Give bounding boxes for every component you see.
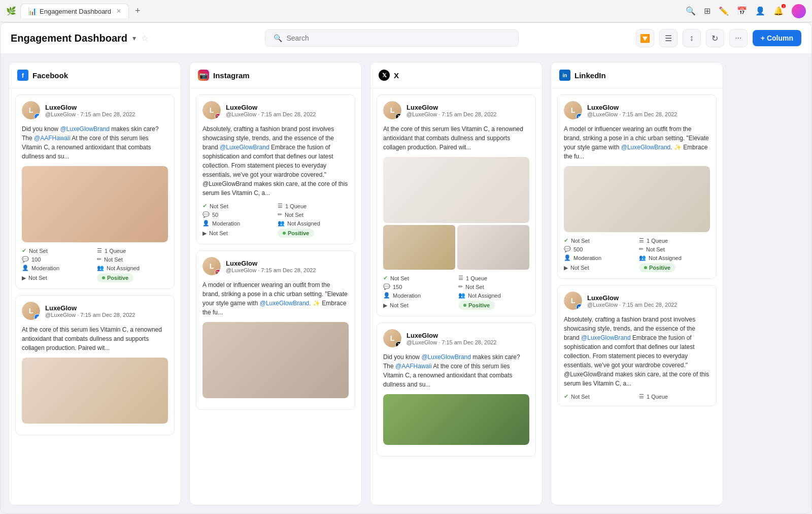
post-text: Absolutely, crafting a fashion brand pos… — [202, 124, 349, 198]
search-bar: 🔍 — [265, 29, 519, 47]
group-button[interactable]: ☰ — [659, 29, 678, 47]
meta-moderation: 👤Moderation — [383, 292, 454, 299]
more-options-button[interactable]: ··· — [729, 29, 748, 47]
platform-badge: 📷 — [215, 269, 221, 275]
column-header-x: 𝕏 X — [370, 62, 542, 88]
avatar: L 📷 — [202, 101, 221, 119]
search-input[interactable] — [286, 34, 510, 42]
notifications-icon[interactable]: 🔔3 — [773, 6, 784, 16]
app-container: Engagement Dashboard ▾ ☆ 🔍 🔽 ☰ ↕ ↻ ··· +… — [0, 22, 812, 514]
tab-icon: 📊 — [28, 7, 37, 15]
meta-sentiment: Positive — [278, 229, 349, 238]
post-meta-grid: ✔Not Set ☰1 Queue 💬500 ✏Not Set 👤Moderat… — [564, 237, 710, 272]
post-handle: @LuxeGlow · 7:15 am Dec 28, 2022 — [45, 111, 168, 117]
post-text: Absolutely, crafting a fashion brand pos… — [564, 315, 710, 388]
linkedin-label: LinkedIn — [574, 71, 606, 80]
user-avatar[interactable] — [792, 4, 806, 18]
post-handle: @LuxeGlow · 7:15 am Dec 28, 2022 — [45, 312, 168, 318]
meta-assigned: 👥Not Assigned — [639, 254, 710, 261]
post-author: LuxeGlow — [226, 104, 349, 111]
post-handle: @LuxeGlow · 7:15 am Dec 28, 2022 — [226, 267, 349, 273]
new-tab-button[interactable]: + — [135, 6, 141, 16]
meta-val: 50 — [212, 212, 218, 218]
meta-status: ✔Not Set — [564, 393, 635, 400]
post-meta: LuxeGlow @LuxeGlow · 7:15 am Dec 28, 202… — [587, 104, 710, 117]
post-handle: @LuxeGlow · 7:15 am Dec 28, 2022 — [587, 111, 710, 117]
meta-sentiment: Positive — [639, 263, 710, 272]
platform-badge: f — [34, 113, 40, 119]
meta-val: Not Assigned — [287, 220, 320, 227]
post-author: LuxeGlow — [45, 104, 168, 111]
header-left: Engagement Dashboard ▾ ☆ — [11, 33, 148, 44]
meta-sentiment: Positive — [458, 301, 529, 310]
meta-val: Not Assigned — [107, 265, 140, 271]
post-text: Did you know @LuxeGlowBrand makes skin c… — [22, 124, 168, 161]
filter-button[interactable]: 🔽 — [636, 29, 654, 47]
platform-badge: 𝕏 — [395, 113, 401, 119]
linkedin-post-1: L in LuxeGlow @LuxeGlow · 7:15 am Dec 28… — [557, 94, 717, 279]
post-meta: LuxeGlow @LuxeGlow · 7:15 am Dec 28, 202… — [45, 304, 168, 318]
meta-assigned: 👥Not Assigned — [278, 220, 349, 227]
avatar: L f — [22, 302, 40, 320]
tab-label: Engagement Dashboard — [40, 8, 111, 15]
meta-edit: ✏Not Set — [97, 256, 168, 263]
post-text: A model or influencer wearing an outfit … — [564, 124, 710, 161]
add-column-button[interactable]: + Column — [753, 30, 801, 46]
post-header: L 📷 LuxeGlow @LuxeGlow · 7:15 am Dec 28,… — [202, 101, 349, 119]
column-facebook: f Facebook L f LuxeGlow @LuxeGlow · 7:15… — [9, 62, 181, 505]
x-icon: 𝕏 — [379, 70, 390, 81]
post-handle: @LuxeGlow · 7:15 am Dec 28, 2022 — [407, 339, 529, 345]
x-content: L 𝕏 LuxeGlow @LuxeGlow · 7:15 am Dec 28,… — [370, 88, 542, 505]
instagram-icon: 📷 — [198, 70, 209, 81]
apps-icon[interactable]: ⊞ — [704, 6, 710, 16]
edit-icon[interactable]: ✏️ — [719, 6, 729, 16]
title-dropdown-icon[interactable]: ▾ — [132, 34, 136, 42]
browser-logo: 🌿 — [6, 6, 16, 16]
post-text: Did you know @LuxeGlowBrand makes skin c… — [383, 352, 529, 389]
tab-close[interactable]: ✕ — [116, 8, 121, 15]
meta-val: Not Set — [465, 284, 484, 290]
refresh-button[interactable]: ↻ — [706, 29, 724, 47]
meta-val: Not Set — [571, 394, 590, 400]
meta-val: 1 Queue — [105, 248, 126, 254]
meta-val: Moderation — [212, 220, 240, 227]
contacts-icon[interactable]: 👤 — [755, 6, 765, 16]
calendar-icon[interactable]: 📅 — [737, 6, 747, 16]
post-header: L 𝕏 LuxeGlow @LuxeGlow · 7:15 am Dec 28,… — [383, 101, 529, 119]
post-handle: @LuxeGlow · 7:15 am Dec 28, 2022 — [226, 111, 349, 117]
post-meta: LuxeGlow @LuxeGlow · 7:15 am Dec 28, 202… — [587, 294, 710, 308]
meta-val: Not Set — [209, 230, 228, 236]
meta-val: Not Set — [390, 302, 409, 308]
meta-queue: ☰1 Queue — [278, 203, 349, 209]
post-text: At the core of this serum lies Vitamin C… — [383, 124, 529, 152]
column-header-linkedin: in LinkedIn — [551, 62, 723, 88]
post-meta: LuxeGlow @LuxeGlow · 7:15 am Dec 28, 202… — [226, 260, 349, 273]
search-icon[interactable]: 🔍 — [686, 6, 696, 16]
post-meta-grid: ✔Not Set ☰1 Queue — [564, 393, 710, 400]
meta-val: Moderation — [31, 265, 59, 271]
instagram-content: L 📷 LuxeGlow @LuxeGlow · 7:15 am Dec 28,… — [190, 88, 361, 505]
platform-badge: f — [34, 314, 40, 320]
meta-val: 1 Queue — [647, 394, 668, 400]
sort-button[interactable]: ↕ — [683, 29, 701, 47]
platform-badge: 𝕏 — [395, 341, 401, 347]
meta-queue: ☰1 Queue — [639, 237, 710, 244]
browser-icons: 🔍 ⊞ ✏️ 📅 👤 🔔3 — [686, 4, 806, 18]
post-header: L in LuxeGlow @LuxeGlow · 7:15 am Dec 28… — [564, 101, 710, 119]
x-post-1: L 𝕏 LuxeGlow @LuxeGlow · 7:15 am Dec 28,… — [377, 94, 536, 316]
post-meta-grid: ✔Not Set ☰1 Queue 💬50 ✏Not Set 👤Moderati… — [202, 203, 349, 238]
meta-val: 150 — [393, 284, 402, 290]
browser-tab[interactable]: 📊 Engagement Dashboard ✕ — [20, 4, 129, 18]
favorite-icon[interactable]: ☆ — [141, 34, 148, 43]
meta-moderation: 👤Moderation — [564, 254, 635, 261]
post-header: L 𝕏 LuxeGlow @LuxeGlow · 7:15 am Dec 28,… — [383, 329, 529, 347]
post-image — [22, 166, 168, 242]
post-author: LuxeGlow — [226, 260, 349, 267]
linkedin-content: L in LuxeGlow @LuxeGlow · 7:15 am Dec 28… — [551, 88, 723, 505]
meta-val: 500 — [573, 246, 583, 252]
page-title: Engagement Dashboard — [11, 33, 127, 44]
post-header: L f LuxeGlow @LuxeGlow · 7:15 am Dec 28,… — [22, 101, 168, 119]
meta-queue: ☰1 Queue — [97, 247, 168, 254]
post-meta: LuxeGlow @LuxeGlow · 7:15 am Dec 28, 202… — [226, 104, 349, 117]
meta-val: 1 Queue — [466, 275, 487, 281]
